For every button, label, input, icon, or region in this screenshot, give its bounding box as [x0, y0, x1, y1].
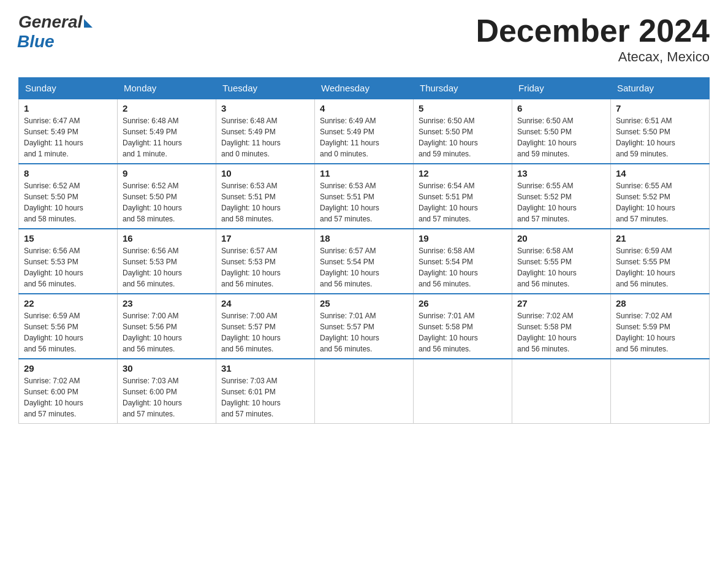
table-row: 20Sunrise: 6:58 AM Sunset: 5:55 PM Dayli… [512, 229, 611, 294]
day-number: 4 [320, 103, 408, 113]
day-info: Sunrise: 7:03 AM Sunset: 6:01 PM Dayligh… [221, 375, 309, 419]
day-info: Sunrise: 7:00 AM Sunset: 5:56 PM Dayligh… [123, 310, 211, 354]
day-number: 23 [123, 298, 211, 308]
day-info: Sunrise: 7:01 AM Sunset: 5:57 PM Dayligh… [320, 310, 408, 354]
col-sunday: Sunday [19, 78, 118, 99]
day-info: Sunrise: 6:50 AM Sunset: 5:50 PM Dayligh… [419, 115, 507, 159]
table-row: 5Sunrise: 6:50 AM Sunset: 5:50 PM Daylig… [414, 99, 512, 164]
day-number: 10 [221, 168, 309, 178]
calendar-row: 15Sunrise: 6:56 AM Sunset: 5:53 PM Dayli… [19, 229, 710, 294]
day-info: Sunrise: 6:53 AM Sunset: 5:51 PM Dayligh… [221, 180, 309, 224]
day-number: 27 [517, 298, 605, 308]
table-row: 15Sunrise: 6:56 AM Sunset: 5:53 PM Dayli… [19, 229, 118, 294]
day-number: 14 [616, 168, 704, 178]
day-info: Sunrise: 6:52 AM Sunset: 5:50 PM Dayligh… [123, 180, 211, 224]
day-info: Sunrise: 6:58 AM Sunset: 5:54 PM Dayligh… [419, 245, 507, 289]
table-row: 27Sunrise: 7:02 AM Sunset: 5:58 PM Dayli… [512, 294, 611, 359]
day-number: 8 [24, 168, 112, 178]
day-info: Sunrise: 6:59 AM Sunset: 5:55 PM Dayligh… [616, 245, 704, 289]
day-info: Sunrise: 7:02 AM Sunset: 5:59 PM Dayligh… [616, 310, 704, 354]
table-row [611, 359, 710, 424]
table-row: 31Sunrise: 7:03 AM Sunset: 6:01 PM Dayli… [216, 359, 315, 424]
table-row: 19Sunrise: 6:58 AM Sunset: 5:54 PM Dayli… [414, 229, 512, 294]
day-number: 20 [517, 233, 605, 243]
day-info: Sunrise: 6:54 AM Sunset: 5:51 PM Dayligh… [419, 180, 507, 224]
calendar-row: 29Sunrise: 7:02 AM Sunset: 6:00 PM Dayli… [19, 359, 710, 424]
day-info: Sunrise: 6:57 AM Sunset: 5:54 PM Dayligh… [320, 245, 408, 289]
table-row: 8Sunrise: 6:52 AM Sunset: 5:50 PM Daylig… [19, 164, 118, 229]
calendar-row: 8Sunrise: 6:52 AM Sunset: 5:50 PM Daylig… [19, 164, 710, 229]
day-number: 28 [616, 298, 704, 308]
table-row: 13Sunrise: 6:55 AM Sunset: 5:52 PM Dayli… [512, 164, 611, 229]
day-number: 24 [221, 298, 309, 308]
day-info: Sunrise: 6:52 AM Sunset: 5:50 PM Dayligh… [24, 180, 112, 224]
logo-blue-text: Blue [17, 32, 55, 52]
table-row: 18Sunrise: 6:57 AM Sunset: 5:54 PM Dayli… [315, 229, 414, 294]
col-friday: Friday [512, 78, 611, 99]
day-number: 11 [320, 168, 408, 178]
day-info: Sunrise: 6:55 AM Sunset: 5:52 PM Dayligh… [517, 180, 605, 224]
table-row: 17Sunrise: 6:57 AM Sunset: 5:53 PM Dayli… [216, 229, 315, 294]
day-info: Sunrise: 6:59 AM Sunset: 5:56 PM Dayligh… [24, 310, 112, 354]
logo-arrow-icon [84, 19, 93, 28]
table-row: 4Sunrise: 6:49 AM Sunset: 5:49 PM Daylig… [315, 99, 414, 164]
table-row [414, 359, 512, 424]
table-row: 28Sunrise: 7:02 AM Sunset: 5:59 PM Dayli… [611, 294, 710, 359]
day-number: 1 [24, 103, 112, 113]
page-header: General Blue December 2024 Atecax, Mexic… [18, 12, 710, 65]
day-number: 13 [517, 168, 605, 178]
table-row: 16Sunrise: 6:56 AM Sunset: 5:53 PM Dayli… [118, 229, 216, 294]
table-row: 7Sunrise: 6:51 AM Sunset: 5:50 PM Daylig… [611, 99, 710, 164]
day-info: Sunrise: 6:48 AM Sunset: 5:49 PM Dayligh… [221, 115, 309, 159]
table-row: 10Sunrise: 6:53 AM Sunset: 5:51 PM Dayli… [216, 164, 315, 229]
col-saturday: Saturday [611, 78, 710, 99]
title-section: December 2024 Atecax, Mexico [476, 12, 710, 65]
table-row: 21Sunrise: 6:59 AM Sunset: 5:55 PM Dayli… [611, 229, 710, 294]
day-number: 12 [419, 168, 507, 178]
day-number: 7 [616, 103, 704, 113]
table-row: 1Sunrise: 6:47 AM Sunset: 5:49 PM Daylig… [19, 99, 118, 164]
day-number: 25 [320, 298, 408, 308]
calendar-row: 1Sunrise: 6:47 AM Sunset: 5:49 PM Daylig… [19, 99, 710, 164]
day-number: 17 [221, 233, 309, 243]
location: Atecax, Mexico [476, 49, 710, 65]
table-row: 23Sunrise: 7:00 AM Sunset: 5:56 PM Dayli… [118, 294, 216, 359]
day-number: 2 [123, 103, 211, 113]
day-number: 22 [24, 298, 112, 308]
table-row: 26Sunrise: 7:01 AM Sunset: 5:58 PM Dayli… [414, 294, 512, 359]
table-row [315, 359, 414, 424]
table-row: 22Sunrise: 6:59 AM Sunset: 5:56 PM Dayli… [19, 294, 118, 359]
day-info: Sunrise: 7:00 AM Sunset: 5:57 PM Dayligh… [221, 310, 309, 354]
col-tuesday: Tuesday [216, 78, 315, 99]
day-number: 15 [24, 233, 112, 243]
day-number: 9 [123, 168, 211, 178]
col-monday: Monday [118, 78, 216, 99]
day-info: Sunrise: 6:57 AM Sunset: 5:53 PM Dayligh… [221, 245, 309, 289]
day-info: Sunrise: 6:58 AM Sunset: 5:55 PM Dayligh… [517, 245, 605, 289]
table-row: 29Sunrise: 7:02 AM Sunset: 6:00 PM Dayli… [19, 359, 118, 424]
day-number: 19 [419, 233, 507, 243]
day-info: Sunrise: 7:01 AM Sunset: 5:58 PM Dayligh… [419, 310, 507, 354]
table-row: 24Sunrise: 7:00 AM Sunset: 5:57 PM Dayli… [216, 294, 315, 359]
day-number: 26 [419, 298, 507, 308]
day-info: Sunrise: 6:49 AM Sunset: 5:49 PM Dayligh… [320, 115, 408, 159]
header-row: Sunday Monday Tuesday Wednesday Thursday… [19, 78, 710, 99]
day-number: 30 [123, 363, 211, 373]
logo: General Blue [18, 12, 93, 52]
day-info: Sunrise: 6:50 AM Sunset: 5:50 PM Dayligh… [517, 115, 605, 159]
table-row: 30Sunrise: 7:03 AM Sunset: 6:00 PM Dayli… [118, 359, 216, 424]
day-number: 18 [320, 233, 408, 243]
table-row: 3Sunrise: 6:48 AM Sunset: 5:49 PM Daylig… [216, 99, 315, 164]
table-row: 2Sunrise: 6:48 AM Sunset: 5:49 PM Daylig… [118, 99, 216, 164]
day-info: Sunrise: 6:48 AM Sunset: 5:49 PM Dayligh… [123, 115, 211, 159]
table-row: 14Sunrise: 6:55 AM Sunset: 5:52 PM Dayli… [611, 164, 710, 229]
calendar-row: 22Sunrise: 6:59 AM Sunset: 5:56 PM Dayli… [19, 294, 710, 359]
day-info: Sunrise: 6:56 AM Sunset: 5:53 PM Dayligh… [24, 245, 112, 289]
month-title: December 2024 [476, 12, 710, 49]
table-row: 9Sunrise: 6:52 AM Sunset: 5:50 PM Daylig… [118, 164, 216, 229]
day-info: Sunrise: 7:03 AM Sunset: 6:00 PM Dayligh… [123, 375, 211, 419]
day-number: 29 [24, 363, 112, 373]
day-number: 6 [517, 103, 605, 113]
day-info: Sunrise: 7:02 AM Sunset: 6:00 PM Dayligh… [24, 375, 112, 419]
table-row: 11Sunrise: 6:53 AM Sunset: 5:51 PM Dayli… [315, 164, 414, 229]
